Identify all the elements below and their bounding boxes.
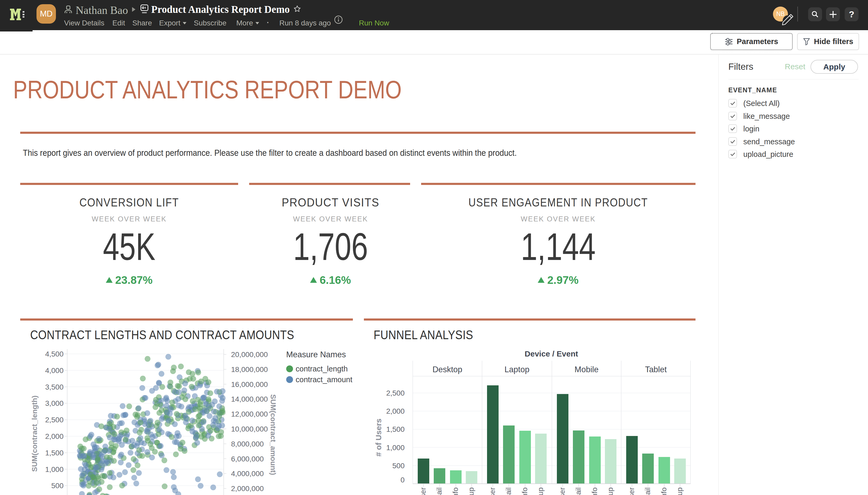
- svg-text:1,500: 1,500: [45, 449, 64, 457]
- svg-text:# of Users: # of Users: [374, 419, 383, 457]
- svg-text:input_email: input_email: [504, 488, 512, 495]
- svg-text:input_email: input_email: [435, 488, 443, 495]
- svg-text:personal_info: personal_info: [660, 488, 668, 495]
- svg-text:20,000,000: 20,000,000: [231, 351, 268, 359]
- svg-text:contract_amount: contract_amount: [296, 375, 353, 384]
- svg-text:500: 500: [392, 462, 405, 470]
- svg-text:create_user: create_user: [488, 488, 496, 495]
- svg-text:6,000,000: 6,000,000: [231, 455, 264, 463]
- svg-text:0: 0: [400, 476, 405, 484]
- svg-text:2,500: 2,500: [386, 389, 405, 397]
- svg-text:SUM(contract_length): SUM(contract_length): [31, 396, 38, 472]
- svg-text:12,000,000: 12,000,000: [231, 410, 268, 418]
- svg-text:18,000,000: 18,000,000: [231, 365, 268, 374]
- svg-text:2,000: 2,000: [45, 432, 64, 441]
- svg-text:2,000,000: 2,000,000: [231, 484, 264, 493]
- svg-text:Desktop: Desktop: [432, 365, 462, 374]
- svg-text:create_user: create_user: [627, 488, 636, 495]
- svg-text:14,000,000: 14,000,000: [231, 395, 268, 403]
- svg-text:input_email: input_email: [643, 488, 652, 495]
- svg-text:16,000,000: 16,000,000: [231, 380, 268, 389]
- svg-text:1,500: 1,500: [386, 425, 405, 433]
- svg-text:create_user: create_user: [558, 488, 566, 495]
- svg-text:Measure Names: Measure Names: [286, 350, 346, 359]
- svg-text:2,500: 2,500: [45, 416, 64, 424]
- svg-text:input_email: input_email: [574, 488, 582, 495]
- svg-text:sign_up: sign_up: [536, 488, 544, 495]
- svg-text:Laptop: Laptop: [505, 365, 529, 374]
- svg-text:Device / Event: Device / Event: [525, 349, 578, 358]
- svg-text:3,000: 3,000: [45, 399, 64, 407]
- svg-text:2,000: 2,000: [386, 407, 405, 415]
- svg-text:sign_up: sign_up: [467, 488, 475, 495]
- svg-text:personal_info: personal_info: [521, 488, 529, 495]
- svg-text:10,000,000: 10,000,000: [231, 425, 268, 433]
- svg-text:SUM(contract_amount): SUM(contract_amount): [269, 394, 277, 475]
- svg-text:4,000,000: 4,000,000: [231, 470, 264, 478]
- svg-text:create_user: create_user: [419, 488, 427, 495]
- svg-text:500: 500: [51, 482, 64, 490]
- svg-text:sign_up: sign_up: [675, 488, 684, 495]
- svg-text:Mobile: Mobile: [574, 365, 599, 374]
- svg-text:contract_length: contract_length: [296, 365, 348, 373]
- svg-text:personal_info: personal_info: [451, 488, 459, 495]
- svg-text:Tablet: Tablet: [645, 365, 667, 374]
- svg-text:1,000: 1,000: [45, 465, 64, 474]
- svg-text:4,000: 4,000: [45, 366, 64, 375]
- svg-text:1,000: 1,000: [386, 444, 405, 452]
- svg-text:3,500: 3,500: [45, 383, 64, 391]
- svg-text:8,000,000: 8,000,000: [231, 440, 264, 448]
- svg-text:4,500: 4,500: [45, 350, 64, 358]
- svg-text:personal_info: personal_info: [590, 488, 599, 495]
- svg-text:sign_up: sign_up: [606, 488, 615, 495]
